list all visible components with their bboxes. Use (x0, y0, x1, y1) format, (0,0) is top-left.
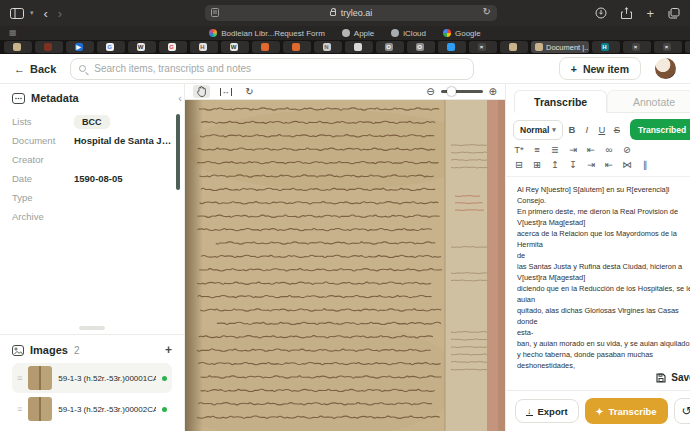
avatar[interactable] (655, 58, 676, 79)
sidebar-menu-chevron-icon[interactable]: ▾ (30, 9, 34, 17)
browser-tab[interactable]: × (654, 41, 682, 53)
browser-tab[interactable] (500, 41, 528, 53)
merge-lines-icon[interactable]: ⋈ (621, 159, 633, 170)
bookmark-label: Bodleian Libr...Request Form (221, 29, 325, 38)
zoom-in-icon[interactable]: ⊕ (489, 86, 497, 97)
unlink-icon[interactable]: ⊘ (621, 144, 633, 155)
metadata-row[interactable]: Creator (12, 150, 172, 169)
metadata-row-lists: Lists BCC (12, 112, 172, 131)
zoom-out-icon[interactable]: ⊖ (426, 86, 434, 97)
browser-tab[interactable]: H (190, 41, 218, 53)
images-title: Images (30, 344, 68, 356)
search-bar[interactable] (70, 58, 474, 80)
bold-icon[interactable]: B (566, 124, 578, 135)
new-item-button[interactable]: + New item (559, 57, 641, 80)
collapse-metadata-icon[interactable]: ‹ (178, 92, 182, 104)
tab-left-icon[interactable]: ⇤ (603, 159, 615, 170)
resize-handle[interactable] (79, 326, 105, 330)
metadata-row[interactable]: Document Hospital de Santa Justa y Ru... (12, 131, 172, 150)
split-line-icon[interactable]: ∥ (639, 159, 651, 170)
browser-tab[interactable] (252, 41, 280, 53)
rotate-icon[interactable]: ↻ (241, 85, 258, 98)
tab-right-icon[interactable]: ⇥ (585, 159, 597, 170)
drag-handle-icon[interactable]: ≡ (17, 404, 22, 414)
address-bar[interactable]: tryleo.ai ↻ (205, 5, 497, 21)
italic-icon[interactable]: I (581, 124, 593, 135)
style-selector[interactable]: Normal ▾ (513, 120, 563, 140)
browser-tab[interactable]: N (314, 41, 342, 53)
pan-hand-icon[interactable] (193, 85, 210, 98)
browser-tab[interactable]: G (159, 41, 187, 53)
link-icon[interactable]: ∞ (603, 144, 615, 155)
browser-tab[interactable]: O (407, 41, 435, 53)
mark-below-icon[interactable]: ↧ (567, 159, 579, 170)
insert-table-icon[interactable]: ⊞ (531, 159, 543, 170)
browser-tab[interactable]: W (128, 41, 156, 53)
browser-tab[interactable] (283, 41, 311, 53)
browser-tab[interactable]: ▶ (66, 41, 94, 53)
metadata-row[interactable]: Type (12, 188, 172, 207)
manuscript-image[interactable] (185, 100, 505, 431)
export-button[interactable]: ↓ Export (515, 399, 579, 423)
browser-tab[interactable] (438, 41, 466, 53)
bookmark-item[interactable]: Bodleian Libr...Request Form (209, 29, 325, 38)
bookmark-item[interactable]: Apple (342, 29, 374, 38)
save-button[interactable]: Save (506, 369, 690, 390)
new-tab-icon[interactable]: + (646, 7, 654, 20)
browser-tab[interactable]: Document |... (531, 41, 589, 53)
image-thumbnail (28, 397, 52, 421)
browser-tab[interactable]: O (376, 41, 404, 53)
panel-tabs: Transcribe Annotate (514, 90, 690, 113)
browser-forward-icon[interactable]: › (58, 7, 62, 20)
metadata-row[interactable]: Date 1590-08-05 (12, 169, 172, 188)
outdent-icon[interactable]: ⇤ (585, 144, 597, 155)
underline-icon[interactable]: U (596, 124, 608, 135)
search-input[interactable] (92, 62, 465, 75)
fit-width-icon[interactable]: ↔ (217, 85, 234, 98)
browser-tab[interactable]: × (469, 41, 497, 53)
list-badge[interactable]: BCC (74, 115, 110, 129)
downloads-icon[interactable] (595, 7, 607, 19)
tab-overview-icon[interactable] (668, 8, 680, 19)
tab-label: Document |... (546, 43, 589, 52)
image-list-item[interactable]: ≡ 59-1-3 (h.52r.-53r.)00002CAP.jpg (12, 394, 172, 424)
mark-above-icon[interactable]: ↥ (549, 159, 561, 170)
drag-handle-icon[interactable]: ≡ (17, 373, 22, 383)
browser-tab[interactable]: G (97, 41, 125, 53)
metadata-scrollbar[interactable] (176, 114, 180, 190)
browser-tab[interactable]: C (685, 41, 690, 53)
bookmark-item[interactable]: Google (443, 29, 481, 38)
browser-tab[interactable] (345, 41, 373, 53)
back-button[interactable]: ← Back (14, 63, 56, 75)
browser-tab[interactable] (4, 41, 32, 53)
sidebar-toggle-icon[interactable] (10, 8, 24, 19)
zoom-slider-knob[interactable] (447, 87, 456, 96)
page-icon[interactable] (211, 8, 219, 17)
tab-annotate[interactable]: Annotate (607, 90, 690, 112)
transcribe-button[interactable]: ✦ Transcribe (585, 398, 668, 424)
ordered-list-icon[interactable]: ≣ (549, 144, 561, 155)
browser-back-icon[interactable]: ‹ (44, 7, 48, 20)
tab-group-icon[interactable]: ▦ (9, 29, 17, 37)
reload-icon[interactable]: ↻ (483, 6, 491, 17)
superscript-icon[interactable]: T* (513, 144, 525, 155)
bullet-list-icon[interactable]: ≡ (531, 144, 543, 155)
browser-tab[interactable]: W (221, 41, 249, 53)
image-viewer: ↔ ↻ ⊖ ⊕ (185, 84, 505, 431)
zoom-slider[interactable] (441, 90, 483, 93)
share-icon[interactable] (621, 7, 632, 19)
browser-tab[interactable]: × (623, 41, 651, 53)
insert-field-icon[interactable]: ⊟ (513, 159, 525, 170)
transcription-text[interactable]: Al Rey N[uestro] S[alutem] en su R[evere… (506, 177, 690, 369)
image-list-item[interactable]: ≡ 59-1-3 (h.52r.-53r.)00001CAP.jpg (12, 363, 172, 393)
status-dropdown-button[interactable]: Transcribed ▾ (630, 119, 690, 140)
bookmark-item[interactable]: iCloud (391, 29, 426, 38)
add-image-icon[interactable]: + (165, 343, 172, 357)
history-button[interactable]: ↺ (674, 398, 690, 424)
browser-tab[interactable]: H (592, 41, 620, 53)
browser-tab[interactable] (35, 41, 63, 53)
indent-icon[interactable]: ⇥ (567, 144, 579, 155)
strikethrough-icon[interactable]: S (611, 124, 623, 135)
tab-transcribe[interactable]: Transcribe (514, 90, 607, 113)
metadata-row[interactable]: Archive (12, 207, 172, 226)
